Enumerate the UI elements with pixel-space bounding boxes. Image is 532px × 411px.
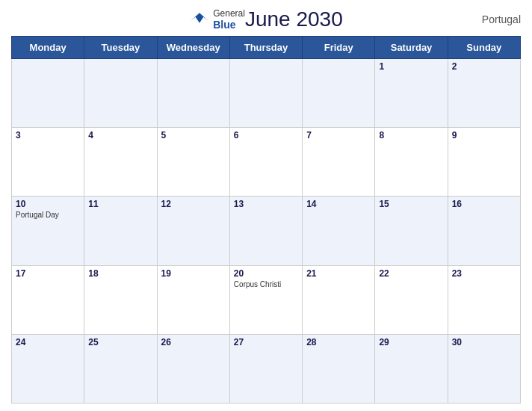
weekday-header: Wednesday	[157, 37, 229, 59]
event-label: Corpus Christi	[234, 280, 298, 288]
day-number: 29	[379, 337, 443, 347]
calendar-cell: 17	[12, 265, 84, 334]
calendar-cell: 22	[375, 265, 448, 334]
calendar-cell: 21	[303, 265, 375, 334]
calendar-cell: 10Portugal Day	[12, 197, 84, 265]
day-number: 22	[379, 268, 443, 279]
calendar-cell: 1	[375, 59, 448, 128]
day-number: 8	[379, 130, 443, 140]
calendar-cell: 12	[157, 197, 229, 265]
calendar-cell: 13	[229, 197, 302, 265]
calendar-cell: 29	[375, 334, 448, 403]
calendar-body: 12345678910Portugal Day11121314151617181…	[12, 59, 521, 404]
calendar-cell: 7	[303, 128, 375, 197]
calendar-cell	[229, 59, 302, 128]
day-number: 30	[452, 337, 516, 347]
weekday-header: Monday	[12, 37, 84, 59]
weekday-header: Sunday	[448, 37, 520, 59]
calendar-cell: 18	[84, 265, 157, 334]
calendar-cell: 16	[448, 197, 520, 265]
calendar-cell: 30	[448, 334, 520, 403]
day-number: 11	[88, 199, 152, 209]
calendar-header: General Blue June 2030 Portugal	[11, 7, 521, 31]
day-number: 23	[452, 268, 516, 279]
day-number: 27	[234, 337, 298, 347]
day-number: 21	[306, 268, 371, 279]
weekday-header: Saturday	[375, 37, 448, 59]
day-number: 15	[379, 199, 443, 209]
calendar-cell: 9	[448, 128, 520, 197]
calendar-cell: 20Corpus Christi	[229, 265, 302, 334]
day-number: 13	[234, 199, 298, 209]
calendar-cell: 19	[157, 265, 229, 334]
svg-marker-0	[191, 13, 208, 22]
calendar-cell	[303, 59, 375, 128]
calendar-cell: 26	[157, 334, 229, 403]
calendar-cell: 27	[229, 334, 302, 403]
calendar-week-row: 10Portugal Day111213141516	[12, 197, 521, 265]
logo-blue-label: Blue	[213, 19, 245, 31]
day-number: 10	[16, 199, 80, 209]
calendar-cell: 3	[12, 128, 84, 197]
day-number: 5	[161, 130, 226, 140]
logo: General Blue	[189, 8, 245, 31]
weekday-header: Friday	[303, 37, 375, 59]
page-title: June 2030	[245, 7, 343, 31]
calendar-cell: 25	[84, 334, 157, 403]
calendar-cell: 23	[448, 265, 520, 334]
logo-text: General Blue	[213, 8, 245, 31]
day-number: 12	[161, 199, 226, 209]
weekday-header: Tuesday	[84, 37, 157, 59]
calendar-cell: 24	[12, 334, 84, 403]
day-number: 25	[88, 337, 152, 347]
day-number: 2	[452, 61, 516, 72]
day-number: 16	[452, 199, 516, 209]
day-number: 20	[234, 268, 298, 279]
weekday-header: Thursday	[229, 37, 302, 59]
day-number: 7	[306, 130, 371, 140]
calendar-week-row: 17181920Corpus Christi212223	[12, 265, 521, 334]
calendar-cell: 6	[229, 128, 302, 197]
day-number: 4	[88, 130, 152, 140]
day-number: 1	[379, 61, 443, 72]
calendar-cell: 2	[448, 59, 520, 128]
calendar-week-row: 12	[12, 59, 521, 128]
calendar-cell: 28	[303, 334, 375, 403]
day-number: 17	[16, 268, 80, 279]
day-number: 18	[88, 268, 152, 279]
calendar-header-row: MondayTuesdayWednesdayThursdayFridaySatu…	[12, 37, 521, 59]
calendar-cell	[12, 59, 84, 128]
day-number: 19	[161, 268, 226, 279]
calendar-cell: 15	[375, 197, 448, 265]
day-number: 14	[306, 199, 371, 209]
calendar-cell: 8	[375, 128, 448, 197]
calendar-table: MondayTuesdayWednesdayThursdayFridaySatu…	[11, 36, 521, 404]
event-label: Portugal Day	[16, 211, 80, 219]
calendar-week-row: 3456789	[12, 128, 521, 197]
day-number: 24	[16, 337, 80, 347]
calendar-cell: 11	[84, 197, 157, 265]
day-number: 26	[161, 337, 226, 347]
day-number: 3	[16, 130, 80, 140]
logo-general-label: General	[213, 8, 245, 19]
logo-bird-icon	[189, 12, 210, 27]
day-number: 28	[306, 337, 371, 347]
calendar-cell	[84, 59, 157, 128]
calendar-cell: 5	[157, 128, 229, 197]
calendar-cell: 14	[303, 197, 375, 265]
day-number: 6	[234, 130, 298, 140]
calendar-week-row: 24252627282930	[12, 334, 521, 403]
day-number: 9	[452, 130, 516, 140]
calendar-cell: 4	[84, 128, 157, 197]
calendar-cell	[157, 59, 229, 128]
country-label: Portugal	[482, 13, 521, 25]
